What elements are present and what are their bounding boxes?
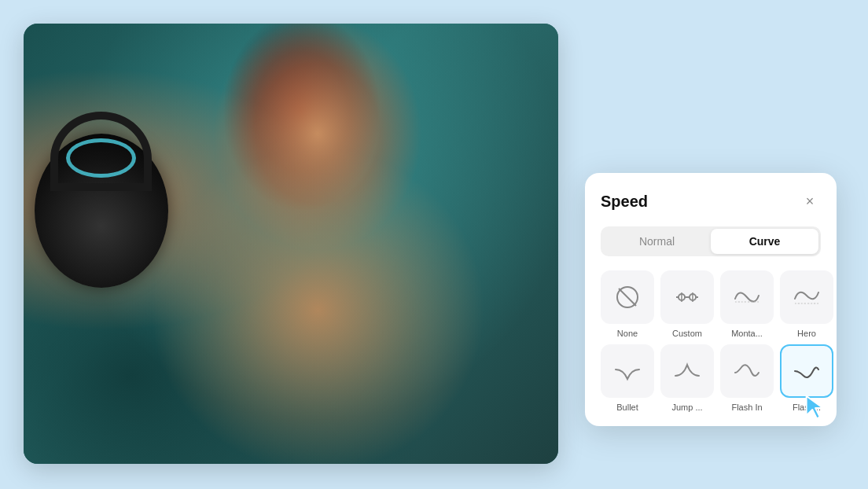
option-montage-icon [720,270,774,324]
option-flash-in-label: Flash In [731,403,762,412]
option-jump-label: Jump ... [671,403,702,412]
panel-title: Speed [601,193,648,211]
option-hero-icon [780,270,833,324]
option-jump-icon [660,344,714,398]
option-custom-label: Custom [672,329,702,338]
option-flash-in-icon [720,344,774,398]
option-none-label: None [617,329,638,338]
panel-header: Speed × [601,190,821,212]
speed-panel: Speed × Normal Curve None [585,173,837,426]
option-montage-label: Monta... [731,329,763,338]
tab-row: Normal Curve [601,226,821,256]
option-none-icon [601,270,654,324]
option-custom[interactable]: Custom [660,270,714,338]
option-flash-in[interactable]: Flash In [720,344,774,412]
close-button[interactable]: × [799,190,821,212]
tab-curve[interactable]: Curve [711,229,818,254]
option-none[interactable]: None [601,270,654,338]
kettlebell-ring [66,138,135,178]
option-bullet-icon [601,344,654,398]
option-montage[interactable]: Monta... [720,270,774,338]
option-bullet-label: Bullet [616,403,638,412]
video-frame [24,24,558,464]
option-custom-icon [660,270,714,324]
option-flash-out-icon [780,344,833,398]
options-grid: None Custom Mon [601,270,821,412]
tab-normal[interactable]: Normal [603,229,711,254]
svg-line-1 [619,289,636,306]
cursor-arrow [800,392,833,425]
option-bullet[interactable]: Bullet [601,344,654,412]
option-jump[interactable]: Jump ... [660,344,714,412]
option-hero[interactable]: Hero [780,270,833,338]
option-hero-label: Hero [797,329,816,338]
